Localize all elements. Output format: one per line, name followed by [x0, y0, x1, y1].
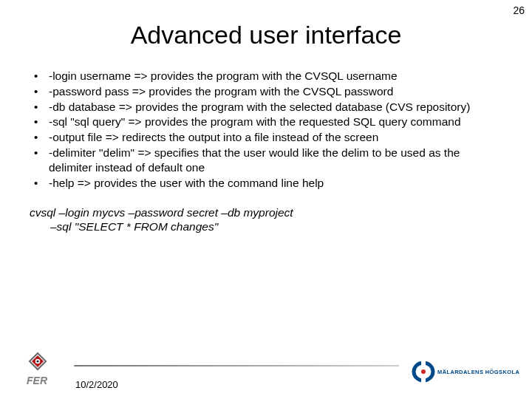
malardalens-logo: MÄLARDALENS HÖGSKOLA [411, 359, 522, 389]
list-item: -delimiter "delim" => specifies that the… [30, 146, 502, 175]
list-item: -db database => provides the program wit… [30, 100, 502, 115]
example-line-1: cvsql –login mycvs –password secret –db … [30, 205, 502, 219]
list-item: -password pass => provides the program w… [30, 84, 502, 99]
slide-title: Advanced user interface [0, 21, 532, 50]
list-item: -login username => provides the program … [30, 69, 502, 83]
example-line-2: –sql "SELECT * FROM changes" [30, 219, 502, 233]
fer-logo: FER [25, 352, 69, 387]
list-item: -sql "sql query" => provides the program… [30, 115, 502, 129]
list-item: -help => provides the user with the comm… [30, 176, 502, 191]
divider-line [74, 365, 399, 366]
page-number: 26 [513, 4, 525, 16]
footer-date: 10/2/2020 [75, 379, 118, 390]
list-item: -output file => redirects the output int… [30, 130, 502, 145]
bullet-list: -login username => provides the program … [30, 69, 502, 191]
svg-point-6 [421, 369, 426, 374]
footer: FER 10/2/2020 MÄLARDALENS HÖGSKOLA [0, 341, 532, 399]
fer-logo-text: FER [27, 375, 48, 386]
example-command: cvsql –login mycvs –password secret –db … [30, 205, 502, 234]
malardalens-logo-text: MÄLARDALENS HÖGSKOLA [437, 369, 520, 375]
svg-point-3 [36, 360, 38, 362]
